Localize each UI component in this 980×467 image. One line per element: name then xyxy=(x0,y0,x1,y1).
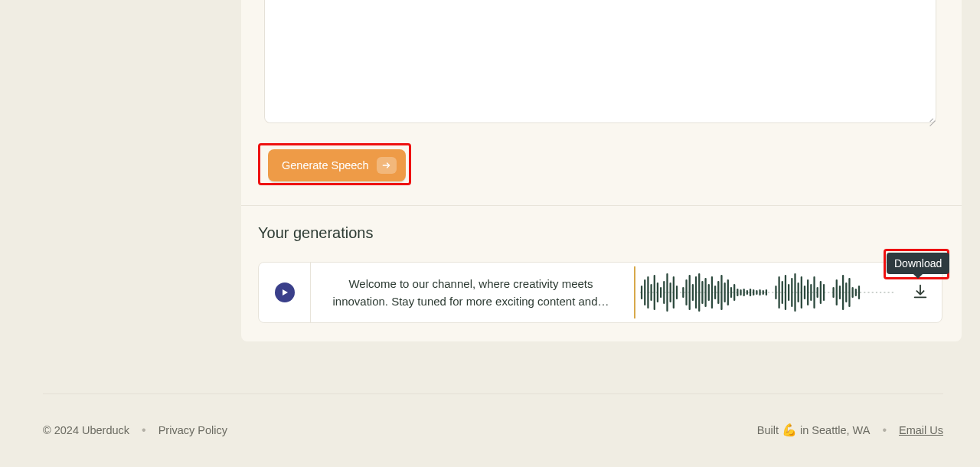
waveform-position-marker xyxy=(634,266,635,318)
footer-divider xyxy=(43,394,943,394)
footer: © 2024 Uberduck • Privacy Policy Built 💪… xyxy=(43,423,943,437)
download-cell xyxy=(899,263,942,322)
separator-dot: • xyxy=(882,424,887,436)
generation-card: Welcome to our channel, where creativity… xyxy=(258,262,942,323)
email-us-link[interactable]: Email Us xyxy=(899,424,943,436)
privacy-policy-link[interactable]: Privacy Policy xyxy=(158,424,227,436)
play-icon xyxy=(281,289,289,296)
download-icon xyxy=(912,283,929,300)
section-divider xyxy=(241,205,962,206)
waveform-svg xyxy=(640,269,896,315)
download-button[interactable] xyxy=(907,279,933,307)
waveform[interactable] xyxy=(631,263,899,322)
generation-text: Welcome to our channel, where creativity… xyxy=(311,263,631,322)
built-in-text: Built 💪 in Seattle, WA xyxy=(757,423,871,437)
flex-emoji-icon: 💪 xyxy=(782,423,797,436)
separator-dot: • xyxy=(142,424,146,436)
speech-text-input[interactable] xyxy=(264,0,936,123)
play-button[interactable] xyxy=(275,282,295,302)
play-cell xyxy=(259,263,311,322)
generations-heading: Your generations xyxy=(258,224,374,242)
svg-marker-1 xyxy=(283,289,288,296)
generate-speech-label: Generate Speech xyxy=(282,159,369,171)
arrow-right-icon xyxy=(377,157,397,174)
copyright-text: © 2024 Uberduck xyxy=(43,424,129,436)
generate-speech-button[interactable]: Generate Speech xyxy=(268,149,406,181)
